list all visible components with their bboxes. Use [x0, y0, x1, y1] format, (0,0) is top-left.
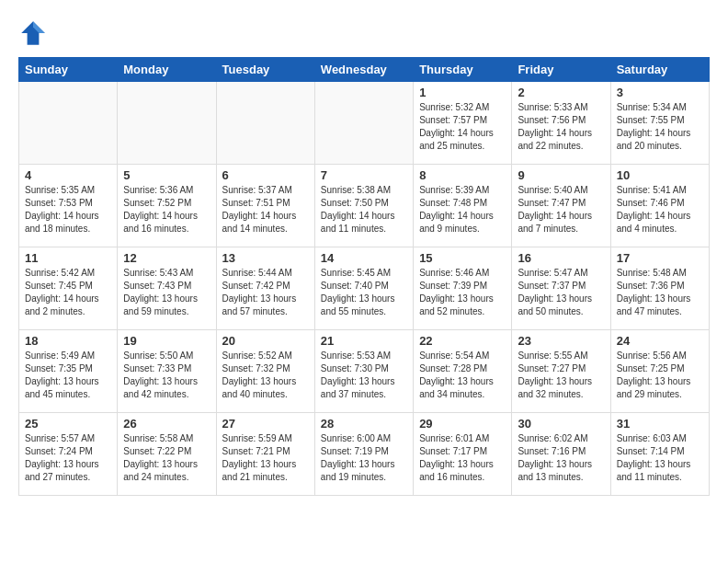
day-of-week-header: Wednesday — [314, 58, 413, 82]
day-number: 8 — [419, 168, 506, 182]
day-info: Sunrise: 5:44 AM Sunset: 7:42 PM Dayligh… — [222, 267, 309, 318]
calendar-day-cell: 19Sunrise: 5:50 AM Sunset: 7:33 PM Dayli… — [118, 330, 216, 413]
day-number: 19 — [123, 334, 210, 348]
calendar-day-cell: 5Sunrise: 5:36 AM Sunset: 7:52 PM Daylig… — [118, 165, 216, 247]
day-number: 27 — [222, 417, 309, 431]
day-info: Sunrise: 5:54 AM Sunset: 7:28 PM Dayligh… — [419, 350, 506, 401]
calendar-day-cell: 2Sunrise: 5:33 AM Sunset: 7:56 PM Daylig… — [512, 82, 610, 165]
calendar-day-cell: 1Sunrise: 5:32 AM Sunset: 7:57 PM Daylig… — [414, 82, 512, 165]
day-info: Sunrise: 5:49 AM Sunset: 7:35 PM Dayligh… — [25, 350, 111, 401]
page-header — [18, 18, 710, 48]
day-info: Sunrise: 5:36 AM Sunset: 7:52 PM Dayligh… — [123, 184, 210, 236]
day-info: Sunrise: 6:01 AM Sunset: 7:17 PM Dayligh… — [419, 432, 506, 484]
day-info: Sunrise: 5:55 AM Sunset: 7:27 PM Dayligh… — [518, 350, 604, 401]
day-info: Sunrise: 6:00 AM Sunset: 7:19 PM Dayligh… — [321, 432, 407, 484]
calendar-day-cell: 11Sunrise: 5:42 AM Sunset: 7:45 PM Dayli… — [19, 247, 118, 330]
day-info: Sunrise: 5:32 AM Sunset: 7:57 PM Dayligh… — [419, 101, 506, 153]
day-number: 28 — [321, 417, 407, 431]
day-number: 17 — [617, 251, 703, 265]
day-number: 30 — [518, 417, 604, 431]
logo-icon — [18, 18, 48, 48]
calendar-day-cell: 7Sunrise: 5:38 AM Sunset: 7:50 PM Daylig… — [314, 165, 413, 247]
day-info: Sunrise: 5:45 AM Sunset: 7:40 PM Dayligh… — [321, 267, 407, 318]
day-info: Sunrise: 5:35 AM Sunset: 7:53 PM Dayligh… — [25, 184, 111, 236]
calendar-day-cell: 27Sunrise: 5:59 AM Sunset: 7:21 PM Dayli… — [216, 413, 314, 496]
day-number: 11 — [25, 251, 111, 265]
calendar-table: SundayMondayTuesdayWednesdayThursdayFrid… — [18, 57, 710, 496]
day-number: 14 — [321, 251, 407, 265]
calendar-day-cell: 15Sunrise: 5:46 AM Sunset: 7:39 PM Dayli… — [414, 247, 512, 330]
day-number: 25 — [25, 417, 111, 431]
day-number: 6 — [222, 168, 309, 182]
calendar-day-cell — [19, 82, 118, 165]
day-info: Sunrise: 5:39 AM Sunset: 7:48 PM Dayligh… — [419, 184, 506, 236]
calendar-day-cell: 30Sunrise: 6:02 AM Sunset: 7:16 PM Dayli… — [512, 413, 610, 496]
calendar-day-cell: 23Sunrise: 5:55 AM Sunset: 7:27 PM Dayli… — [512, 330, 610, 413]
calendar-day-cell: 10Sunrise: 5:41 AM Sunset: 7:46 PM Dayli… — [610, 165, 709, 247]
day-number: 20 — [222, 334, 309, 348]
logo — [18, 18, 51, 48]
calendar-day-cell: 3Sunrise: 5:34 AM Sunset: 7:55 PM Daylig… — [610, 82, 709, 165]
day-number: 23 — [518, 334, 604, 348]
day-number: 18 — [25, 334, 111, 348]
day-info: Sunrise: 6:03 AM Sunset: 7:14 PM Dayligh… — [617, 432, 703, 484]
day-number: 5 — [123, 168, 210, 182]
day-info: Sunrise: 5:56 AM Sunset: 7:25 PM Dayligh… — [617, 350, 703, 401]
calendar-day-cell: 13Sunrise: 5:44 AM Sunset: 7:42 PM Dayli… — [216, 247, 314, 330]
day-info: Sunrise: 5:48 AM Sunset: 7:36 PM Dayligh… — [617, 267, 703, 318]
day-info: Sunrise: 5:47 AM Sunset: 7:37 PM Dayligh… — [518, 267, 604, 318]
calendar-day-cell: 21Sunrise: 5:53 AM Sunset: 7:30 PM Dayli… — [314, 330, 413, 413]
calendar-day-cell: 18Sunrise: 5:49 AM Sunset: 7:35 PM Dayli… — [19, 330, 118, 413]
calendar-week-row: 18Sunrise: 5:49 AM Sunset: 7:35 PM Dayli… — [19, 330, 710, 413]
day-of-week-header: Friday — [512, 58, 610, 82]
day-info: Sunrise: 5:58 AM Sunset: 7:22 PM Dayligh… — [123, 432, 210, 484]
calendar-day-cell: 26Sunrise: 5:58 AM Sunset: 7:22 PM Dayli… — [118, 413, 216, 496]
calendar-day-cell: 31Sunrise: 6:03 AM Sunset: 7:14 PM Dayli… — [610, 413, 709, 496]
calendar-day-cell: 22Sunrise: 5:54 AM Sunset: 7:28 PM Dayli… — [414, 330, 512, 413]
day-number: 3 — [617, 86, 703, 99]
day-of-week-header: Monday — [118, 58, 216, 82]
day-info: Sunrise: 5:53 AM Sunset: 7:30 PM Dayligh… — [321, 350, 407, 401]
day-number: 15 — [419, 251, 506, 265]
calendar-day-cell: 12Sunrise: 5:43 AM Sunset: 7:43 PM Dayli… — [118, 247, 216, 330]
day-info: Sunrise: 5:37 AM Sunset: 7:51 PM Dayligh… — [222, 184, 309, 236]
calendar-day-cell: 9Sunrise: 5:40 AM Sunset: 7:47 PM Daylig… — [512, 165, 610, 247]
day-info: Sunrise: 5:46 AM Sunset: 7:39 PM Dayligh… — [419, 267, 506, 318]
day-number: 16 — [518, 251, 604, 265]
calendar-day-cell — [216, 82, 314, 165]
day-number: 7 — [321, 168, 407, 182]
day-number: 9 — [518, 168, 604, 182]
day-number: 26 — [123, 417, 210, 431]
day-number: 4 — [25, 168, 111, 182]
day-info: Sunrise: 5:33 AM Sunset: 7:56 PM Dayligh… — [518, 101, 604, 153]
calendar-header-row: SundayMondayTuesdayWednesdayThursdayFrid… — [19, 58, 710, 82]
calendar-day-cell: 17Sunrise: 5:48 AM Sunset: 7:36 PM Dayli… — [610, 247, 709, 330]
day-number: 12 — [123, 251, 210, 265]
day-info: Sunrise: 5:42 AM Sunset: 7:45 PM Dayligh… — [25, 267, 111, 318]
calendar-week-row: 1Sunrise: 5:32 AM Sunset: 7:57 PM Daylig… — [19, 82, 710, 165]
calendar-day-cell: 24Sunrise: 5:56 AM Sunset: 7:25 PM Dayli… — [610, 330, 709, 413]
calendar-day-cell: 4Sunrise: 5:35 AM Sunset: 7:53 PM Daylig… — [19, 165, 118, 247]
day-of-week-header: Sunday — [19, 58, 118, 82]
calendar-week-row: 4Sunrise: 5:35 AM Sunset: 7:53 PM Daylig… — [19, 165, 710, 247]
day-number: 24 — [617, 334, 703, 348]
calendar-day-cell: 8Sunrise: 5:39 AM Sunset: 7:48 PM Daylig… — [414, 165, 512, 247]
day-number: 13 — [222, 251, 309, 265]
day-number: 29 — [419, 417, 506, 431]
calendar-day-cell: 20Sunrise: 5:52 AM Sunset: 7:32 PM Dayli… — [216, 330, 314, 413]
calendar-day-cell: 29Sunrise: 6:01 AM Sunset: 7:17 PM Dayli… — [414, 413, 512, 496]
calendar-day-cell: 16Sunrise: 5:47 AM Sunset: 7:37 PM Dayli… — [512, 247, 610, 330]
day-number: 1 — [419, 86, 506, 99]
calendar-day-cell: 28Sunrise: 6:00 AM Sunset: 7:19 PM Dayli… — [314, 413, 413, 496]
day-number: 21 — [321, 334, 407, 348]
calendar-day-cell — [314, 82, 413, 165]
day-info: Sunrise: 5:34 AM Sunset: 7:55 PM Dayligh… — [617, 101, 703, 153]
day-number: 10 — [617, 168, 703, 182]
calendar-week-row: 11Sunrise: 5:42 AM Sunset: 7:45 PM Dayli… — [19, 247, 710, 330]
calendar-day-cell: 25Sunrise: 5:57 AM Sunset: 7:24 PM Dayli… — [19, 413, 118, 496]
day-info: Sunrise: 5:52 AM Sunset: 7:32 PM Dayligh… — [222, 350, 309, 401]
calendar-day-cell: 6Sunrise: 5:37 AM Sunset: 7:51 PM Daylig… — [216, 165, 314, 247]
day-number: 2 — [518, 86, 604, 99]
day-number: 31 — [617, 417, 703, 431]
day-info: Sunrise: 5:40 AM Sunset: 7:47 PM Dayligh… — [518, 184, 604, 236]
